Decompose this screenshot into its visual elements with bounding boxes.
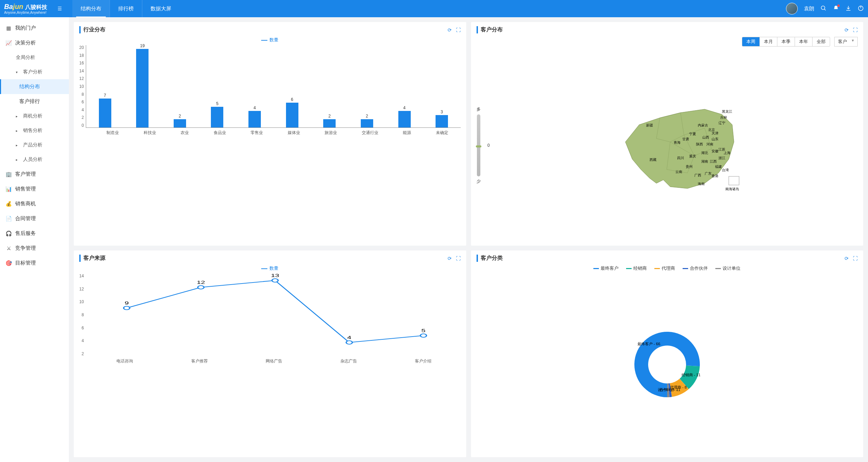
grid-icon: ▦ bbox=[6, 25, 12, 31]
svg-point-42 bbox=[272, 279, 278, 282]
username[interactable]: 袁朗 bbox=[804, 6, 814, 12]
svg-point-44 bbox=[346, 341, 353, 344]
time-tab-1[interactable]: 本月 bbox=[759, 37, 777, 46]
sidebar-item-customer-analysis[interactable]: ▾客户分析 bbox=[0, 65, 69, 79]
contract-icon: 📄 bbox=[6, 216, 12, 222]
svg-text:山东: 山东 bbox=[712, 137, 718, 141]
svg-text:江西: 江西 bbox=[710, 160, 717, 163]
caret-right-icon: ▸ bbox=[16, 129, 18, 133]
svg-text:四川: 四川 bbox=[677, 156, 684, 160]
svg-point-46 bbox=[420, 334, 427, 337]
time-tab-2[interactable]: 本季 bbox=[777, 37, 795, 46]
legend-source: 数量 bbox=[79, 265, 461, 271]
top-header: Bajun 八骏科技 Anyone,Anytime,Anywhere! ☰ 结构… bbox=[0, 0, 868, 17]
tab-bigscreen[interactable]: 数据大屏 bbox=[142, 0, 180, 17]
svg-text:浙江: 浙江 bbox=[718, 156, 725, 160]
sidebar-item-service[interactable]: 🎧售后服务 bbox=[0, 226, 69, 241]
time-tab-0[interactable]: 本周 bbox=[742, 37, 759, 46]
expand-icon[interactable]: ⛶ bbox=[456, 256, 461, 261]
svg-text:设计单位 - 1: 设计单位 - 1 bbox=[658, 387, 678, 391]
sidebar-item-portal[interactable]: ▦我的门户 bbox=[0, 21, 69, 35]
tab-structure[interactable]: 结构分布 bbox=[72, 0, 110, 17]
sidebar-item-customer-rank[interactable]: 客户排行 bbox=[0, 94, 69, 109]
refresh-icon[interactable]: ⟳ bbox=[448, 256, 452, 261]
bar-chart-industry: 20181614121086420 71925462243 制造业科技业农业食品… bbox=[79, 45, 461, 242]
svg-text:新疆: 新疆 bbox=[646, 123, 653, 127]
svg-text:12: 12 bbox=[197, 280, 205, 285]
svg-rect-36 bbox=[729, 176, 739, 185]
caret-right-icon: ▸ bbox=[16, 158, 18, 162]
brand-logo: Bajun 八骏科技 Anyone,Anytime,Anywhere! bbox=[4, 3, 47, 14]
sidebar: ▦我的门户 📈决策分析 全局分析 ▾客户分析 结构分布 客户排行 ▸商机分析 ▸… bbox=[0, 17, 69, 462]
customer-select[interactable]: 客户 bbox=[834, 37, 858, 47]
svg-text:南海诸岛: 南海诸岛 bbox=[725, 187, 739, 191]
time-tab-3[interactable]: 本年 bbox=[795, 37, 812, 46]
tab-ranking[interactable]: 排行榜 bbox=[110, 0, 142, 17]
svg-text:西藏: 西藏 bbox=[650, 158, 656, 162]
svg-text:河南: 河南 bbox=[706, 142, 713, 146]
top-tabs: 结构分布 排行榜 数据大屏 bbox=[72, 0, 180, 17]
sidebar-item-sales-opp[interactable]: 💰销售商机 bbox=[0, 196, 69, 211]
svg-line-1 bbox=[824, 9, 826, 10]
refresh-icon[interactable]: ⟳ bbox=[845, 27, 849, 33]
compete-icon: ⚔ bbox=[6, 245, 12, 251]
sidebar-item-target[interactable]: 🎯目标管理 bbox=[0, 256, 69, 270]
money-icon: 💰 bbox=[6, 201, 12, 207]
expand-icon[interactable]: ⛶ bbox=[853, 27, 858, 33]
sidebar-item-compete[interactable]: ⚔竞争管理 bbox=[0, 241, 69, 256]
header-right: 袁朗 bbox=[786, 3, 864, 14]
svg-text:13: 13 bbox=[271, 274, 279, 278]
sidebar-item-opportunity[interactable]: ▸商机分析 bbox=[0, 109, 69, 123]
service-icon: 🎧 bbox=[6, 230, 12, 237]
svg-text:山西: 山西 bbox=[702, 135, 709, 139]
svg-text:重庆: 重庆 bbox=[689, 154, 696, 158]
card-source: 客户来源 ⟳ ⛶ 数量 1412108642 9121345 电话咨询客户推荐网… bbox=[74, 250, 466, 457]
svg-text:宁夏: 宁夏 bbox=[689, 132, 696, 136]
sidebar-item-people-analysis[interactable]: ▸人员分析 bbox=[0, 152, 69, 167]
svg-text:安徽: 安徽 bbox=[712, 149, 718, 153]
svg-text:9: 9 bbox=[125, 301, 129, 306]
refresh-icon[interactable]: ⟳ bbox=[448, 27, 452, 33]
sidebar-item-sales-mgmt[interactable]: 📊销售管理 bbox=[0, 182, 69, 196]
svg-text:台湾: 台湾 bbox=[722, 168, 729, 172]
expand-icon[interactable]: ⛶ bbox=[456, 27, 461, 33]
download-icon[interactable] bbox=[845, 5, 851, 12]
power-icon[interactable] bbox=[858, 5, 864, 12]
expand-icon[interactable]: ⛶ bbox=[853, 256, 858, 261]
svg-text:天津: 天津 bbox=[712, 131, 718, 135]
card-industry: 行业分布 ⟳ ⛶ 数量 20181614121086420 7192546224… bbox=[74, 22, 466, 246]
sidebar-item-structure[interactable]: 结构分布 bbox=[0, 79, 69, 94]
svg-text:经销商 - 11: 经销商 - 11 bbox=[682, 372, 701, 377]
svg-text:云南: 云南 bbox=[675, 170, 682, 174]
time-tab-4[interactable]: 全部 bbox=[812, 37, 830, 46]
sidebar-item-analysis[interactable]: 📈决策分析 bbox=[0, 35, 69, 50]
menu-toggle-icon[interactable]: ☰ bbox=[58, 6, 62, 11]
heat-scale: 多 少 bbox=[477, 106, 481, 184]
svg-text:吉林: 吉林 bbox=[720, 115, 727, 119]
china-map[interactable]: 黑龙江吉林辽宁 内蒙古北京天津 山西山东河南 陕西宁夏甘肃 青海新疆西藏 四川重… bbox=[497, 94, 858, 197]
sidebar-item-global[interactable]: 全局分析 bbox=[0, 50, 69, 65]
bell-icon[interactable] bbox=[833, 5, 839, 12]
svg-text:广西: 广西 bbox=[694, 173, 701, 177]
target-icon: 🎯 bbox=[6, 260, 12, 266]
legend-industry: 数量 bbox=[79, 37, 461, 43]
sidebar-item-customer-mgmt[interactable]: 🏢客户管理 bbox=[0, 167, 69, 182]
card-title-source: 客户来源 bbox=[79, 255, 105, 262]
donut-legend: 最终客户经销商代理商合作伙伴设计单位 bbox=[477, 265, 858, 271]
building-icon: 🏢 bbox=[6, 171, 12, 177]
time-range-tabs: 本周本月本季本年全部 bbox=[742, 37, 830, 47]
svg-text:福建: 福建 bbox=[715, 165, 722, 168]
card-distribution: 客户分布 ⟳ ⛶ 本周本月本季本年全部 客户 多 少 0 bbox=[471, 22, 864, 246]
sidebar-item-product-analysis[interactable]: ▸产品分析 bbox=[0, 138, 69, 152]
refresh-icon[interactable]: ⟳ bbox=[845, 256, 849, 261]
svg-text:香港: 香港 bbox=[712, 174, 718, 178]
sidebar-item-sales-analysis[interactable]: ▸销售分析 bbox=[0, 123, 69, 138]
search-icon[interactable] bbox=[820, 5, 827, 12]
avatar[interactable] bbox=[786, 3, 798, 14]
svg-text:广东: 广东 bbox=[705, 172, 712, 175]
svg-text:5: 5 bbox=[421, 328, 426, 333]
sidebar-item-contract[interactable]: 📄合同管理 bbox=[0, 211, 69, 226]
caret-right-icon: ▸ bbox=[16, 114, 18, 118]
main-content: 行业分布 ⟳ ⛶ 数量 20181614121086420 7192546224… bbox=[69, 17, 868, 462]
caret-right-icon: ▸ bbox=[16, 143, 18, 147]
